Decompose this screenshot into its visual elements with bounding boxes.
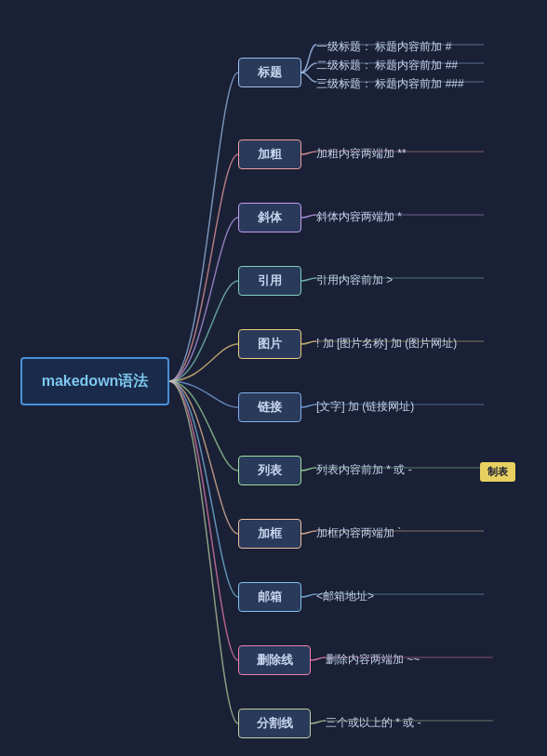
branch-node-lianjie: 链接 [238, 392, 301, 422]
branch-node-shanchuxian: 删除线 [238, 645, 311, 675]
branch-label-shanchuxian: 删除线 [257, 652, 293, 669]
branch-label-liebiao: 列表 [258, 462, 282, 479]
leaf-text-liebiao-0: 列表内容前加 * 或 - [316, 462, 412, 478]
branch-node-liebiao: 列表 [238, 456, 301, 485]
branch-node-fengexian: 分割线 [238, 709, 311, 738]
leaf-node-tupian-0: ! 加 [图片名称] 加 (图片网址) [316, 334, 457, 352]
leaf-text-biaoti-2: 三级标题： 标题内容前加 ### [316, 76, 464, 92]
branch-label-youxiang: 邮箱 [258, 589, 282, 605]
leaf-text-tupian-0: ! 加 [图片名称] 加 (图片网址) [316, 336, 457, 351]
branch-label-lianjie: 链接 [258, 399, 282, 416]
branch-label-tupian: 图片 [258, 336, 282, 352]
branch-node-jiakuang: 加框 [238, 519, 301, 549]
leaf-node-biaoti-2: 三级标题： 标题内容前加 ### [316, 74, 464, 93]
leaf-node-biaoti-0: 一级标题： 标题内容前加 # [316, 37, 451, 56]
branch-node-youxiang: 邮箱 [238, 582, 301, 612]
leaf-node-shanchuxian-0: 删除内容两端加 ~~ [326, 650, 420, 669]
branch-label-jiacu: 加粗 [258, 146, 282, 163]
leaf-text-jiakuang-0: 加框内容两端加 ` [316, 525, 401, 541]
branch-node-tupian: 图片 [238, 329, 301, 359]
leaf-text-yinyong-0: 引用内容前加 > [316, 272, 393, 288]
leaf-node-liebiao-0: 列表内容前加 * 或 - [316, 460, 412, 479]
leaf-node-fengexian-0: 三个或以上的 * 或 - [326, 713, 421, 732]
leaf-text-shanchuxian-0: 删除内容两端加 ~~ [326, 652, 420, 668]
leaf-text-jiacu-0: 加粗内容两端加 ** [316, 146, 407, 162]
branch-label-fengexian: 分割线 [257, 715, 293, 732]
leaf-node-lianjie-0: [文字] 加 (链接网址) [316, 397, 414, 416]
branch-label-xieti: 斜体 [258, 209, 282, 226]
leaf-node-jiakuang-0: 加框内容两端加 ` [316, 524, 401, 542]
root-label: makedown语法 [42, 372, 149, 391]
leaf-text-biaoti-0: 一级标题： 标题内容前加 # [316, 39, 451, 55]
root-node: makedown语法 [20, 357, 169, 405]
badge-liebiao: 制表 [480, 462, 515, 482]
mindmap-canvas: makedown语法 标题一级标题： 标题内容前加 #二级标题： 标题内容前加 … [0, 0, 547, 756]
leaf-text-fengexian-0: 三个或以上的 * 或 - [326, 715, 421, 731]
leaf-text-youxiang-0: <邮箱地址> [316, 589, 374, 604]
leaf-text-xieti-0: 斜体内容两端加 * [316, 209, 402, 225]
branch-label-biaoti: 标题 [258, 64, 282, 81]
leaf-text-lianjie-0: [文字] 加 (链接网址) [316, 399, 414, 415]
leaf-node-jiacu-0: 加粗内容两端加 ** [316, 144, 407, 163]
leaf-text-biaoti-1: 二级标题： 标题内容前加 ## [316, 58, 458, 73]
branch-node-xieti: 斜体 [238, 203, 301, 232]
branch-node-yinyong: 引用 [238, 266, 301, 296]
leaf-node-yinyong-0: 引用内容前加 > [316, 271, 393, 289]
leaf-node-biaoti-1: 二级标题： 标题内容前加 ## [316, 56, 458, 74]
leaf-node-xieti-0: 斜体内容两端加 * [316, 207, 402, 226]
branch-label-yinyong: 引用 [258, 272, 282, 289]
branch-node-jiacu: 加粗 [238, 139, 301, 169]
leaf-node-youxiang-0: <邮箱地址> [316, 587, 374, 605]
branch-node-biaoti: 标题 [238, 58, 301, 87]
branch-label-jiakuang: 加框 [258, 525, 282, 542]
